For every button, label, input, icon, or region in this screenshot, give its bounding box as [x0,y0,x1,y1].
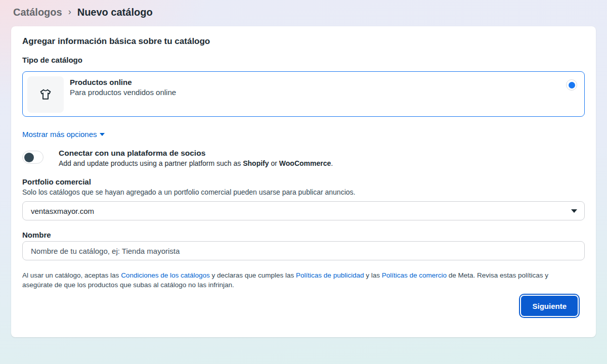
partner-texts: Conectar con una plataforma de socios Ad… [44,149,333,167]
advertising-policies-link[interactable]: Políticas de publicidad [296,271,364,279]
catalog-terms-link[interactable]: Condiciones de los catálogos [121,271,210,279]
option-radio-selected[interactable] [566,79,577,90]
option-texts: Productos online Para productos vendidos… [64,76,566,97]
partner-description: Add and update products using a partner … [59,159,333,167]
portfolio-selected-value: ventasxmayor.com [31,207,94,215]
breadcrumb-chevron-icon: › [68,7,71,17]
catalog-name-input[interactable] [22,241,585,260]
catalog-type-label: Tipo de catálogo [22,56,585,64]
form-title: Agregar información básica sobre tu catá… [22,36,585,47]
breadcrumb: Catálogos › Nuevo catálogo [0,0,607,24]
commerce-policies-link[interactable]: Políticas de comercio [382,271,447,279]
card-footer: Siguiente [22,296,585,316]
option-title: Productos online [70,78,566,86]
toggle-knob [24,153,34,162]
partner-platform-row: Conectar con una plataforma de socios Ad… [22,149,585,167]
partner-title: Conectar con una plataforma de socios [59,149,333,158]
option-productos-online[interactable]: Productos online Para productos vendidos… [22,71,585,117]
radio-dot [569,82,575,88]
select-caret-icon [571,209,577,213]
portfolio-label: Portfolio comercial [22,177,585,186]
name-label: Nombre [22,231,585,239]
platform-shopify: Shopify [243,159,269,167]
portfolio-select[interactable]: ventasxmayor.com [22,201,585,220]
option-icon-box [27,76,64,113]
next-button[interactable]: Siguiente [521,296,578,316]
tshirt-icon [38,87,53,102]
page-title: Nuevo catálogo [77,7,153,18]
portfolio-description: Solo los catálogos que se hayan agregado… [22,188,585,196]
breadcrumb-catalogs-link[interactable]: Catálogos [13,7,62,18]
new-catalog-card: Agregar información básica sobre tu catá… [11,26,596,337]
platform-woocommerce: WooCommerce [279,159,331,167]
show-more-options-label: Mostrar más opciones [22,130,97,139]
partner-toggle[interactable] [22,151,44,164]
show-more-options-link[interactable]: Mostrar más opciones [22,130,105,139]
option-description: Para productos vendidos online [70,88,566,97]
legal-text: Al usar un catálogo, aceptas las Condici… [22,270,579,290]
chevron-down-icon [100,133,105,136]
